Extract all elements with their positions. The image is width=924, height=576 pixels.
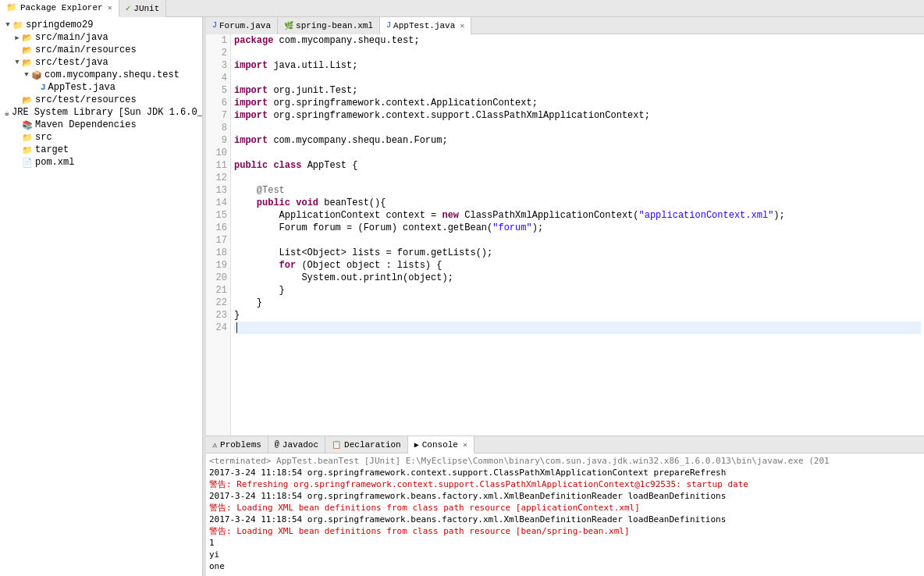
tab-problems-label: Problems: [220, 440, 261, 450]
tab-spring-bean-label: spring-bean.xml: [296, 21, 373, 30]
tree-icon-src-test-java: 📂: [22, 58, 33, 68]
console-output: <terminated> AppTest.beanTest [JUnit] E:…: [206, 453, 924, 576]
code-line-17: [234, 234, 921, 247]
tree-icon-springdemo29: 📁: [12, 20, 23, 30]
code-line-18: List<Object> lists = forum.getLists();: [234, 247, 921, 259]
console-line-8: yi: [209, 549, 921, 560]
console-line-3: 2017-3-24 11:18:54 org.springframework.b…: [209, 490, 921, 502]
code-line-3: import java.util.List;: [234, 59, 921, 72]
package-explorer-icon: 📁: [6, 2, 17, 12]
tab-apptest-java[interactable]: J AppTest.java ✕: [380, 17, 471, 34]
code-line-12: [234, 172, 921, 184]
tree-arrow-src-test-java: ▼: [12, 59, 22, 66]
tree-item-src-main-resources[interactable]: 📂 src/main/resources: [0, 44, 202, 56]
tree-arrow-src-test-res: [12, 96, 22, 104]
file-tree[interactable]: ▼ 📁 springdemo29 ▶ 📂 src/main/java 📂 src…: [0, 17, 202, 576]
console-line-9: one: [209, 560, 921, 572]
code-line-6: import org.springframework.context.Appli…: [234, 97, 921, 109]
tree-label-springdemo29: springdemo29: [26, 20, 93, 30]
tree-arrow-src-main-res: [12, 46, 22, 54]
forum-java-icon: J: [212, 21, 217, 30]
tab-forum-java[interactable]: J Forum.java: [206, 17, 278, 34]
tab-apptest-label: AppTest.java: [393, 21, 455, 30]
tab-declaration[interactable]: 📋 Declaration: [325, 436, 408, 453]
tab-console-close[interactable]: ✕: [463, 440, 467, 450]
tree-item-src-test-java[interactable]: ▼ 📂 src/test/java: [0, 56, 202, 69]
code-line-2: [234, 47, 921, 59]
tree-icon-src-main-java: 📂: [22, 33, 33, 43]
tree-label-src-main-res: src/main/resources: [35, 44, 137, 55]
tree-item-src-main-java[interactable]: ▶ 📂 src/main/java: [0, 31, 202, 44]
tab-package-explorer[interactable]: 📁 Package Explorer ✕: [0, 0, 119, 17]
tree-arrow-target: [12, 146, 22, 154]
tree-icon-maven: 📚: [22, 120, 33, 130]
tab-console[interactable]: ▶ Console ✕: [408, 436, 474, 453]
tree-label-src-test-res: src/test/resources: [35, 94, 137, 105]
code-line-4: [234, 72, 921, 84]
console-line-7: 1: [209, 537, 921, 549]
tab-spring-bean-xml[interactable]: 🌿 spring-bean.xml: [278, 17, 380, 34]
console-line-6: 警告: Loading XML bean definitions from cl…: [209, 525, 921, 537]
problems-icon: ⚠: [212, 440, 217, 450]
tree-item-jre[interactable]: ☕ JRE System Library [Sun JDK 1.6.0_13]: [0, 106, 202, 119]
tab-declaration-label: Declaration: [344, 440, 401, 450]
tree-label-package: com.mycompany.shequ.test: [44, 69, 179, 80]
code-editor[interactable]: 1 2 3 4 5 6 7 8 9 10 11 12 13 14 15 16 1: [206, 34, 924, 436]
tree-item-maven[interactable]: 📚 Maven Dependencies: [0, 119, 202, 131]
tree-item-package[interactable]: ▼ 📦 com.mycompany.shequ.test: [0, 69, 202, 81]
tab-apptest-close[interactable]: ✕: [460, 21, 464, 30]
left-panel: ▼ 📁 springdemo29 ▶ 📂 src/main/java 📂 src…: [0, 17, 203, 576]
code-line-24: │: [234, 322, 921, 334]
console-terminated-line: <terminated> AppTest.beanTest [JUnit] E:…: [209, 455, 921, 467]
tab-console-label: Console: [422, 440, 458, 450]
code-line-19: for (Object object : lists) {: [234, 259, 921, 272]
main-layout: ▼ 📁 springdemo29 ▶ 📂 src/main/java 📂 src…: [0, 17, 924, 576]
tab-package-explorer-close[interactable]: ✕: [108, 3, 112, 12]
tree-label-src-main-java: src/main/java: [35, 32, 108, 43]
tree-icon-src: 📁: [22, 133, 33, 143]
tree-item-src[interactable]: 📁 src: [0, 131, 202, 144]
code-line-10: [234, 147, 921, 159]
tab-javadoc[interactable]: @ Javadoc: [268, 436, 325, 453]
code-line-8: [234, 122, 921, 134]
tree-arrow-pom: [12, 158, 22, 166]
code-line-9: import com.mycompany.shequ.bean.Forum;: [234, 134, 921, 147]
tree-label-src-test-java: src/test/java: [35, 57, 108, 68]
tree-item-src-test-res[interactable]: 📂 src/test/resources: [0, 94, 202, 106]
tree-item-springdemo29[interactable]: ▼ 📁 springdemo29: [0, 19, 202, 31]
tab-javadoc-label: Javadoc: [283, 440, 318, 450]
tree-item-pom[interactable]: 📄 pom.xml: [0, 156, 202, 169]
tree-label-pom: pom.xml: [35, 157, 74, 168]
tree-item-target[interactable]: 📁 target: [0, 144, 202, 156]
code-line-15: ApplicationContext context = new ClassPa…: [234, 209, 921, 222]
tree-item-apptest[interactable]: J AppTest.java: [0, 81, 202, 94]
console-line-4: 警告: Loading XML bean definitions from cl…: [209, 502, 921, 514]
tree-label-target: target: [35, 144, 69, 155]
junit-icon: ✓: [126, 3, 131, 13]
tree-arrow-src: [12, 133, 22, 141]
line-numbers: 1 2 3 4 5 6 7 8 9 10 11 12 13 14 15 16 1: [206, 34, 231, 436]
tree-icon-pom: 📄: [22, 158, 33, 168]
console-line-2: 警告: Refreshing org.springframework.conte…: [209, 478, 921, 490]
tree-arrow-maven: [12, 121, 22, 129]
code-line-22: }: [234, 297, 921, 309]
tab-junit[interactable]: ✓ JUnit: [119, 0, 167, 17]
tab-forum-java-label: Forum.java: [219, 21, 271, 30]
code-line-20: System.out.println(object);: [234, 272, 921, 284]
console-line-1: 2017-3-24 11:18:54 org.springframework.c…: [209, 467, 921, 478]
right-panel: J Forum.java 🌿 spring-bean.xml J AppTest…: [206, 17, 924, 576]
tree-arrow-springdemo29: ▼: [3, 21, 12, 29]
tree-arrow-apptest: [31, 84, 41, 91]
tree-icon-src-test-res: 📂: [22, 95, 33, 105]
console-line-5: 2017-3-24 11:18:54 org.springframework.b…: [209, 514, 921, 525]
editor-tab-bar: J Forum.java 🌿 spring-bean.xml J AppTest…: [206, 17, 924, 34]
code-line-16: Forum forum = (Forum) context.getBean("f…: [234, 222, 921, 234]
tab-problems[interactable]: ⚠ Problems: [206, 436, 268, 453]
console-icon: ▶: [414, 440, 419, 450]
code-line-13: @Test: [234, 184, 921, 197]
top-tab-bar: 📁 Package Explorer ✕ ✓ JUnit: [0, 0, 924, 17]
code-lines: package com.mycompany.shequ.test; import…: [231, 34, 924, 436]
spring-bean-icon: 🌿: [284, 21, 293, 30]
tree-label-maven: Maven Dependencies: [35, 119, 137, 130]
bottom-panel: ⚠ Problems @ Javadoc 📋 Declaration ▶ Con…: [206, 436, 924, 576]
